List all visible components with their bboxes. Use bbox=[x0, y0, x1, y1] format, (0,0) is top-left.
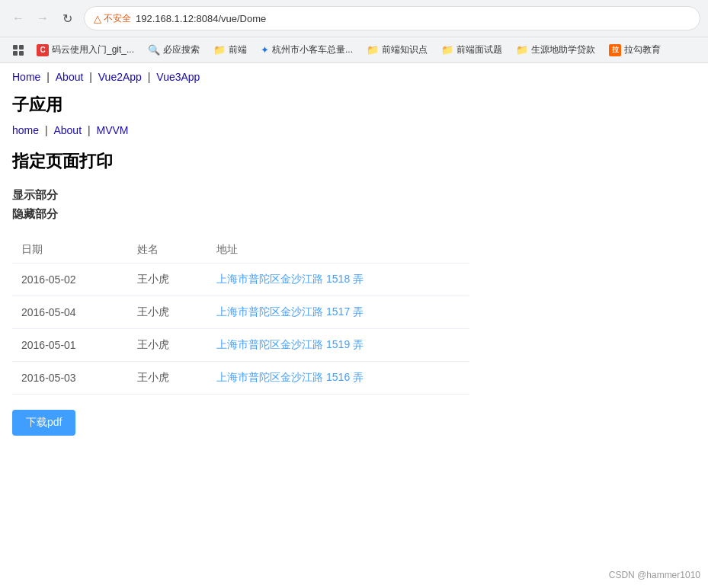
warning-icon: △ bbox=[94, 13, 101, 24]
compass-bookmark-icon: ✦ bbox=[261, 44, 269, 56]
separator-1: | bbox=[46, 71, 53, 83]
table-row: 2016-05-02王小虎上海市普陀区金沙江路 1518 弄 bbox=[12, 264, 469, 296]
favicon-la-icon: 拉 bbox=[609, 44, 621, 56]
cell-name: 王小虎 bbox=[128, 296, 208, 329]
nav-buttons: ← → ↻ bbox=[8, 8, 78, 29]
top-nav-vue2app[interactable]: Vue2App bbox=[98, 71, 142, 83]
reload-button[interactable]: ↻ bbox=[56, 8, 78, 29]
sub-nav: home | About | MVVM bbox=[12, 124, 696, 136]
top-nav-about[interactable]: About bbox=[56, 71, 84, 83]
table-row: 2016-05-04王小虎上海市普陀区金沙江路 1517 弄 bbox=[12, 296, 469, 329]
sub-app-title: 子应用 bbox=[12, 94, 696, 117]
bookmark-bing-label: 必应搜索 bbox=[163, 43, 200, 56]
bookmark-loan[interactable]: 📁 生源地助学贷款 bbox=[510, 41, 601, 59]
separator-2: | bbox=[89, 71, 95, 83]
cell-name: 王小虎 bbox=[128, 362, 208, 395]
address-bar[interactable]: △ 不安全 192.168.1.12:8084/vue/Dome bbox=[84, 6, 700, 30]
sub-sep-1: | bbox=[45, 124, 51, 136]
top-nav: Home | About | Vue2App | Vue3App bbox=[12, 71, 696, 83]
url-text: 192.168.1.12:8084/vue/Dome bbox=[136, 13, 266, 24]
folder-knowledge-icon: 📁 bbox=[367, 44, 379, 56]
table-header-row: 日期 姓名 地址 bbox=[12, 237, 469, 264]
table-row: 2016-05-01王小虎上海市普陀区金沙江路 1519 弄 bbox=[12, 329, 469, 362]
col-address: 地址 bbox=[207, 237, 469, 264]
folder-bookmark-icon: 📁 bbox=[213, 44, 226, 56]
grid-icon bbox=[13, 45, 24, 56]
cell-address: 上海市普陀区金沙江路 1518 弄 bbox=[207, 264, 469, 296]
bookmark-hangzhou[interactable]: ✦ 杭州市小客车总量... bbox=[255, 41, 359, 59]
bookmark-interview[interactable]: 📁 前端面试题 bbox=[435, 41, 508, 59]
folder-interview-icon: 📁 bbox=[441, 44, 453, 56]
bookmark-interview-label: 前端面试题 bbox=[457, 43, 502, 56]
back-button[interactable]: ← bbox=[8, 8, 29, 29]
page-content: Home | About | Vue2App | Vue3App 子应用 hom… bbox=[0, 63, 708, 443]
security-warning: △ 不安全 bbox=[94, 12, 131, 25]
apps-button[interactable] bbox=[8, 40, 29, 61]
folder-loan-icon: 📁 bbox=[516, 44, 528, 56]
bookmark-knowledge-label: 前端知识点 bbox=[382, 43, 428, 56]
bookmark-lagou[interactable]: 拉 拉勾教育 bbox=[603, 41, 667, 59]
cell-address: 上海市普陀区金沙江路 1517 弄 bbox=[207, 296, 469, 329]
cell-address: 上海市普陀区金沙江路 1516 弄 bbox=[207, 362, 469, 395]
sub-nav-mvvm[interactable]: MVVM bbox=[96, 124, 128, 136]
bookmark-csdn[interactable]: C 码云使用入门_git_... bbox=[30, 41, 140, 59]
bookmark-csdn-label: 码云使用入门_git_... bbox=[52, 43, 134, 56]
hide-section-label: 隐藏部分 bbox=[12, 207, 696, 222]
bookmark-lagou-label: 拉勾教育 bbox=[624, 43, 661, 56]
top-nav-vue3app[interactable]: Vue3App bbox=[156, 71, 200, 83]
bookmark-hangzhou-label: 杭州市小客车总量... bbox=[272, 43, 353, 56]
cell-date: 2016-05-03 bbox=[12, 362, 128, 395]
cell-name: 王小虎 bbox=[128, 329, 208, 362]
cell-address: 上海市普陀区金沙江路 1519 弄 bbox=[207, 329, 469, 362]
favicon-c-icon: C bbox=[37, 44, 49, 56]
data-table: 日期 姓名 地址 2016-05-02王小虎上海市普陀区金沙江路 1518 弄2… bbox=[12, 237, 469, 395]
bookmark-knowledge[interactable]: 📁 前端知识点 bbox=[360, 41, 434, 59]
top-nav-home[interactable]: Home bbox=[12, 71, 40, 83]
separator-3: | bbox=[148, 71, 154, 83]
sub-sep-2: | bbox=[88, 124, 94, 136]
bookmark-frontend-label: 前端 bbox=[229, 43, 247, 56]
browser-toolbar: ← → ↻ △ 不安全 192.168.1.12:8084/vue/Dome bbox=[0, 0, 708, 37]
show-section-label: 显示部分 bbox=[12, 188, 696, 203]
table-body: 2016-05-02王小虎上海市普陀区金沙江路 1518 弄2016-05-04… bbox=[12, 264, 469, 395]
download-pdf-button[interactable]: 下载pdf bbox=[12, 410, 75, 436]
col-date: 日期 bbox=[12, 237, 128, 264]
browser-chrome: ← → ↻ △ 不安全 192.168.1.12:8084/vue/Dome C… bbox=[0, 0, 708, 63]
cell-date: 2016-05-04 bbox=[12, 296, 128, 329]
bookmark-loan-label: 生源地助学贷款 bbox=[531, 43, 595, 56]
print-title: 指定页面打印 bbox=[12, 150, 696, 173]
watermark: CSDN @hammer1010 bbox=[609, 570, 700, 580]
cell-name: 王小虎 bbox=[128, 264, 208, 296]
bookmark-bing[interactable]: 🔍 必应搜索 bbox=[142, 41, 206, 59]
sub-nav-about[interactable]: About bbox=[53, 124, 82, 136]
sub-nav-home[interactable]: home bbox=[12, 124, 39, 136]
table-row: 2016-05-03王小虎上海市普陀区金沙江路 1516 弄 bbox=[12, 362, 469, 395]
bookmarks-bar: C 码云使用入门_git_... 🔍 必应搜索 📁 前端 ✦ 杭州市小客车总量.… bbox=[0, 37, 708, 62]
cell-date: 2016-05-01 bbox=[12, 329, 128, 362]
table-head: 日期 姓名 地址 bbox=[12, 237, 469, 264]
bookmark-frontend[interactable]: 📁 前端 bbox=[207, 41, 253, 59]
search-bookmark-icon: 🔍 bbox=[148, 44, 160, 56]
forward-button[interactable]: → bbox=[32, 8, 53, 29]
cell-date: 2016-05-02 bbox=[12, 264, 128, 296]
security-label: 不安全 bbox=[104, 12, 131, 25]
col-name: 姓名 bbox=[128, 237, 208, 264]
